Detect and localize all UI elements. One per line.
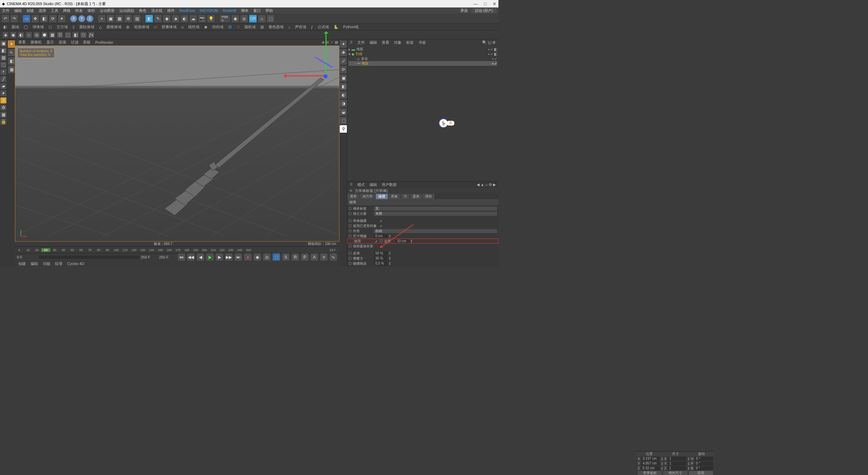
nav10[interactable]: ⬚ bbox=[339, 116, 348, 125]
ir1[interactable]: ◈ bbox=[2, 32, 9, 38]
poly-mode[interactable]: ▰ bbox=[0, 83, 7, 90]
render-settings-button[interactable]: ⚙ bbox=[124, 15, 132, 23]
field-sound[interactable]: 声音域 bbox=[295, 24, 306, 30]
mat-edit[interactable]: 编辑 bbox=[31, 261, 38, 266]
field-cube[interactable]: 立方域 bbox=[57, 24, 68, 30]
close-button[interactable]: ✕ bbox=[493, 1, 496, 6]
model-mode[interactable]: ◧ bbox=[0, 47, 7, 54]
filter1[interactable]: ✦ bbox=[7, 40, 16, 48]
attr-edit[interactable]: 编辑 bbox=[370, 182, 377, 187]
record-button[interactable]: ● bbox=[244, 253, 252, 261]
ir7[interactable]: ▦ bbox=[49, 32, 56, 38]
ir3[interactable]: ◐ bbox=[18, 32, 24, 38]
deform-check[interactable]: ✓ bbox=[380, 224, 383, 228]
vp-options[interactable]: 选项 bbox=[59, 40, 66, 45]
inherit-select[interactable]: 无 bbox=[374, 207, 497, 211]
vp-filter[interactable]: 过滤 bbox=[71, 40, 78, 45]
lasttool-button[interactable]: ✦ bbox=[58, 15, 66, 23]
nav9[interactable]: ◒ bbox=[339, 108, 348, 116]
maximize-button[interactable]: □ bbox=[484, 1, 487, 6]
select-tool[interactable]: ▭ bbox=[22, 15, 31, 23]
environment-button[interactable]: ☁ bbox=[189, 15, 197, 23]
shape-select[interactable]: 自动 bbox=[374, 229, 497, 233]
atab-mass[interactable]: 质量 bbox=[388, 194, 401, 199]
texture-mode[interactable]: ▨ bbox=[0, 54, 7, 61]
field-cylinder[interactable]: 圆柱体域 bbox=[79, 24, 94, 30]
key-scale[interactable]: S bbox=[282, 253, 290, 261]
axis-z-toggle[interactable]: Z bbox=[86, 15, 93, 22]
field-random[interactable]: 随机域 bbox=[244, 24, 256, 30]
obj-tags[interactable]: 标签 bbox=[406, 40, 414, 45]
field-group[interactable]: 组 bbox=[228, 24, 232, 30]
camera-button[interactable]: 📷 bbox=[198, 15, 206, 23]
play-button[interactable]: ▶ bbox=[206, 253, 214, 261]
ir8[interactable]: ☷ bbox=[57, 32, 63, 38]
fcurve-open[interactable]: ∿ bbox=[329, 253, 337, 261]
atab-basic[interactable]: 基本 bbox=[347, 194, 360, 199]
play-slider[interactable] bbox=[39, 255, 139, 259]
menu-redshift[interactable]: Redshift bbox=[223, 8, 236, 13]
autokey[interactable]: ◉ bbox=[253, 253, 261, 261]
menu-edit[interactable]: 编辑 bbox=[14, 8, 22, 13]
nav11[interactable]: ⚲ bbox=[339, 125, 348, 133]
atab-force[interactable]: 力 bbox=[401, 194, 410, 199]
workplane-mode[interactable]: ⬚ bbox=[0, 61, 7, 68]
field-linear[interactable]: 线性域 bbox=[188, 24, 199, 30]
ime-badge[interactable]: 🦌英 bbox=[439, 118, 454, 128]
workplane[interactable]: ▦ bbox=[0, 111, 7, 118]
obj-file[interactable]: 文件 bbox=[357, 40, 365, 45]
menu-volume[interactable]: 体积 bbox=[87, 8, 95, 13]
nav1[interactable]: ✦ bbox=[339, 40, 348, 48]
ir12[interactable]: ƒx bbox=[88, 32, 95, 38]
key-rot[interactable]: R bbox=[291, 253, 299, 261]
menu-realflow[interactable]: RealFlow bbox=[179, 8, 195, 13]
generator-button[interactable]: ◈ bbox=[172, 15, 180, 23]
friction-field[interactable]: 30 % bbox=[374, 256, 388, 261]
rotate-tool[interactable]: ⟳ bbox=[49, 15, 57, 23]
minimize-button[interactable]: — bbox=[473, 1, 478, 6]
render-queue-button[interactable]: ▤ bbox=[133, 15, 141, 23]
layout-select[interactable]: 启动 (用户) bbox=[471, 8, 496, 13]
mat-create[interactable]: 创建 bbox=[18, 261, 26, 266]
nav6[interactable]: ◧ bbox=[339, 82, 348, 91]
pen-tool[interactable]: ✎ bbox=[154, 15, 162, 23]
vp-prorender[interactable]: ProRender bbox=[95, 40, 113, 44]
filter2[interactable]: ↖ bbox=[7, 49, 16, 57]
menu-window[interactable]: 窗口 bbox=[253, 8, 261, 13]
redo-button[interactable]: ↷ bbox=[10, 15, 18, 23]
vp-panel[interactable]: 面板 bbox=[83, 40, 91, 45]
timeline[interactable]: 0 10 20 23 30 40 50 60 70 80 90 100 110 … bbox=[15, 246, 339, 253]
tool9-button[interactable]: ⬚ bbox=[267, 15, 275, 23]
or-button[interactable]: OR bbox=[249, 15, 257, 23]
hier-item-poly[interactable]: ·◇多边▪ ✓ bbox=[349, 56, 497, 61]
selfcol-check[interactable]: ✓ bbox=[380, 219, 383, 223]
obj-view[interactable]: 查看 bbox=[382, 40, 389, 45]
vp-icon1[interactable]: ◈ bbox=[322, 40, 324, 44]
menu-create[interactable]: 创建 bbox=[26, 8, 34, 13]
nav7[interactable]: ◐ bbox=[339, 91, 348, 99]
field-torus[interactable]: 轮胎体域 bbox=[134, 24, 149, 30]
field-ball[interactable]: 球体域 bbox=[33, 24, 44, 30]
field-radial[interactable]: 径向域 bbox=[212, 24, 223, 30]
hier-item-helix[interactable]: ·〰螺旋▪ ✓ bbox=[349, 61, 497, 66]
make-editable[interactable]: ▣ bbox=[0, 40, 7, 47]
hier-item-sweep[interactable]: ▾◆扫描▪ ✓ ◧ bbox=[349, 52, 497, 56]
tool7-button[interactable]: ◎ bbox=[240, 15, 248, 23]
vp-camera[interactable]: 摄像机 bbox=[31, 40, 42, 45]
field-capsule[interactable]: 胶囊体域 bbox=[162, 24, 177, 30]
nav3[interactable]: ⤢ bbox=[339, 57, 348, 65]
edge-mode[interactable]: ╱ bbox=[0, 76, 7, 82]
menu-script[interactable]: 脚本 bbox=[241, 8, 249, 13]
margin-field[interactable]: 10 cm bbox=[396, 239, 409, 243]
frame-end[interactable]: 250 F bbox=[141, 255, 158, 259]
ir6[interactable]: ⬣ bbox=[41, 32, 48, 38]
menu-tracking[interactable]: 运动跟踪 bbox=[119, 8, 134, 13]
filter4[interactable]: ▦ bbox=[7, 65, 16, 74]
key-pla[interactable]: A bbox=[310, 253, 318, 261]
goto-start[interactable]: ⏮ bbox=[177, 253, 185, 261]
object-hierarchy[interactable]: ▸▬地面▪ ✓ ◧ ▾◆扫描▪ ✓ ◧ ·◇多边▪ ✓ ·〰螺旋▪ ✓ 🦌英 bbox=[347, 45, 498, 182]
coldamp-field[interactable]: 0.5 % bbox=[374, 262, 388, 266]
filter3[interactable]: ◧ bbox=[7, 57, 16, 65]
light-button[interactable]: 💡 bbox=[207, 15, 215, 23]
obj-edit[interactable]: 编辑 bbox=[370, 40, 377, 45]
